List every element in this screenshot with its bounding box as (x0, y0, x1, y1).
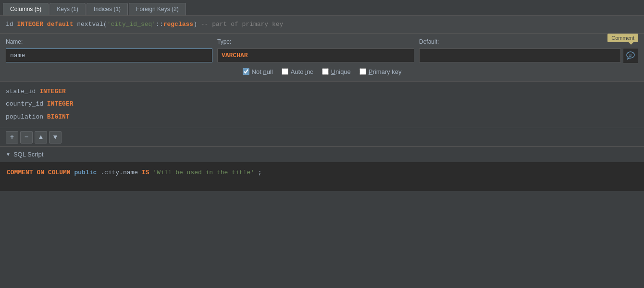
sql-content: COMMENT ON COLUMN public .city.name IS '… (0, 162, 644, 191)
comment-button[interactable] (623, 48, 638, 63)
checkboxes-row: Not null Auto inc Unique Primary key (6, 63, 638, 75)
field-inputs: Comment (6, 48, 638, 63)
default-input[interactable] (419, 48, 621, 62)
columns-list: state_id INTEGER country_id INTEGER popu… (0, 82, 644, 128)
header-nextval: nextval( (77, 21, 107, 28)
sql-header-line: id INTEGER default nextval('city_id_seq'… (0, 16, 644, 34)
header-cast-type: regclass (163, 21, 193, 28)
sql-section-chevron: ▼ (6, 152, 11, 157)
not-null-label[interactable]: Not null (252, 68, 273, 75)
sql-semicolon: ; (258, 169, 262, 176)
sql-schema: public (74, 169, 97, 176)
unique-checkbox-item: Unique (322, 68, 351, 75)
add-column-button[interactable]: + (6, 131, 18, 144)
tab-indices[interactable]: Indices (1) (87, 3, 128, 15)
primary-key-checkbox[interactable] (359, 68, 366, 75)
name-label: Name: (6, 38, 217, 45)
sql-section-title: SQL Script (13, 151, 43, 158)
list-item[interactable]: state_id INTEGER (6, 85, 638, 98)
type-input[interactable] (217, 48, 414, 62)
header-id: id (6, 21, 17, 28)
tab-foreign-keys[interactable]: Foreign Keys (2) (129, 3, 186, 15)
header-close: ) (193, 21, 201, 28)
sql-section: ▼ SQL Script COMMENT ON COLUMN public .c… (0, 147, 644, 191)
sql-string-value: 'Will be used in the title' (153, 169, 254, 176)
primary-key-checkbox-item: Primary key (359, 68, 402, 75)
move-up-button[interactable]: ▲ (35, 131, 47, 144)
auto-inc-checkbox-item: Auto inc (282, 68, 313, 75)
move-down-button[interactable]: ▼ (49, 131, 62, 144)
primary-key-label[interactable]: Primary key (369, 68, 402, 75)
columns-toolbar: + − ▲ ▼ (0, 128, 644, 147)
header-type: INTEGER (17, 21, 47, 28)
header-default-kw: default (47, 21, 77, 28)
auto-inc-label[interactable]: Auto inc (291, 68, 313, 75)
unique-label[interactable]: Unique (331, 68, 351, 75)
field-labels: Name: Type: Default: (6, 38, 638, 45)
comment-tooltip: Comment (607, 34, 638, 42)
default-label: Default: (419, 38, 638, 45)
sql-column-kw: COLUMN (48, 169, 71, 176)
sql-path: .city.name (100, 169, 142, 176)
header-string: 'city_id_seq' (107, 21, 156, 28)
sql-comment-kw: COMMENT (7, 169, 33, 176)
not-null-checkbox[interactable] (243, 68, 249, 75)
sql-is-kw: IS (142, 169, 149, 176)
tab-columns[interactable]: Columns (5) (3, 3, 49, 15)
name-input[interactable] (6, 48, 212, 62)
sql-section-header[interactable]: ▼ SQL Script (0, 147, 644, 162)
header-comment: -- part of primary key (201, 21, 284, 28)
tab-keys[interactable]: Keys (1) (50, 3, 86, 15)
not-null-checkbox-item: Not null (243, 68, 273, 75)
row-editor: Name: Type: Default: Comment Not null (0, 34, 644, 82)
comment-button-wrapper: Comment (623, 48, 638, 63)
tabs-bar: Columns (5) Keys (1) Indices (1) Foreign… (0, 0, 644, 16)
remove-column-button[interactable]: − (20, 131, 33, 144)
sql-on-kw: ON (37, 169, 44, 176)
type-label: Type: (217, 38, 419, 45)
auto-inc-checkbox[interactable] (282, 68, 288, 75)
header-cast-sep: :: (156, 21, 163, 28)
unique-checkbox[interactable] (322, 68, 329, 75)
list-item[interactable]: population BIGINT (6, 111, 638, 124)
list-item[interactable]: country_id INTEGER (6, 98, 638, 111)
comment-icon (626, 51, 635, 60)
